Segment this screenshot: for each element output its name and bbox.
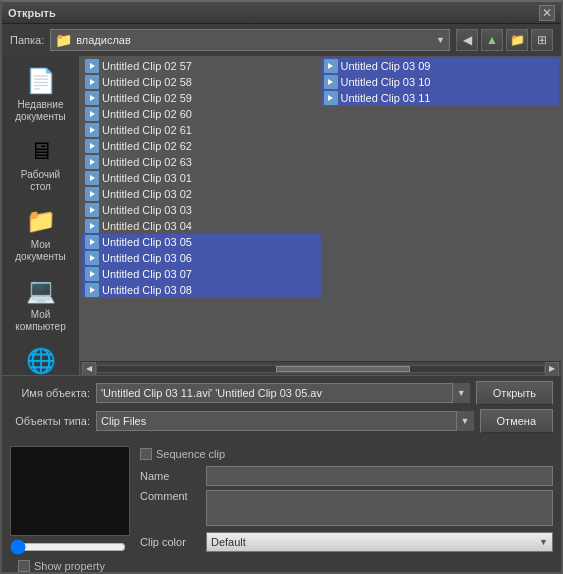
file-name: Untitled Clip 02 59 — [102, 92, 192, 104]
path-dropdown-arrow[interactable]: ▼ — [436, 35, 445, 45]
file-item[interactable]: Untitled Clip 03 04 — [82, 218, 321, 234]
recent-icon: 📄 — [25, 65, 57, 97]
file-item[interactable]: Untitled Clip 03 06 — [82, 250, 321, 266]
file-name: Untitled Clip 02 60 — [102, 108, 192, 120]
open-button[interactable]: Открыть — [476, 381, 553, 405]
clip-icon — [85, 187, 99, 201]
file-item[interactable]: Untitled Clip 03 08 — [82, 282, 321, 298]
file-name: Untitled Clip 03 10 — [341, 76, 431, 88]
desktop-icon: 🖥 — [25, 135, 57, 167]
nav-label-desktop: Рабочий стол — [10, 169, 72, 193]
comment-textarea[interactable] — [206, 490, 553, 526]
filetype-input[interactable] — [96, 411, 474, 431]
file-item[interactable]: Untitled Clip 02 60 — [82, 106, 321, 122]
filename-input[interactable] — [96, 383, 470, 403]
file-item[interactable]: Untitled Clip 03 07 — [82, 266, 321, 282]
scrollbar-thumb[interactable] — [276, 366, 410, 372]
file-item[interactable]: Untitled Clip 03 03 — [82, 202, 321, 218]
file-col-2: Untitled Clip 03 09Untitled Clip 03 10Un… — [321, 58, 560, 359]
file-item[interactable]: Untitled Clip 03 01 — [82, 170, 321, 186]
comment-label: Comment — [140, 490, 200, 502]
nav-item-network[interactable]: 🌐 Сетевое — [7, 340, 75, 375]
file-item[interactable]: Untitled Clip 03 11 — [321, 90, 560, 106]
clip-icon — [324, 75, 338, 89]
file-name: Untitled Clip 03 09 — [341, 60, 431, 72]
color-row: Clip color Default ▼ — [140, 532, 553, 552]
scroll-right-button[interactable]: ▶ — [545, 362, 559, 376]
file-name: Untitled Clip 02 63 — [102, 156, 192, 168]
filename-input-wrapper: ▼ — [96, 383, 470, 403]
clip-icon — [85, 203, 99, 217]
file-item[interactable]: Untitled Clip 02 59 — [82, 90, 321, 106]
clip-icon — [85, 155, 99, 169]
clip-icon — [85, 219, 99, 233]
clip-icon — [85, 107, 99, 121]
file-name: Untitled Clip 03 03 — [102, 204, 192, 216]
new-folder-button[interactable]: 📁 — [506, 29, 528, 51]
clip-icon — [324, 91, 338, 105]
folder-row: Папка: 📁 владислав ▼ ◀ ▲ 📁 ⊞ — [2, 24, 561, 56]
back-button[interactable]: ◀ — [456, 29, 478, 51]
title-bar: Открыть ✕ — [2, 2, 561, 24]
file-item[interactable]: Untitled Clip 02 63 — [82, 154, 321, 170]
nav-item-mydocs[interactable]: 📁 Мои документы — [7, 200, 75, 268]
file-item[interactable]: Untitled Clip 02 57 — [82, 58, 321, 74]
nav-item-mycomputer[interactable]: 💻 Мой компьютер — [7, 270, 75, 338]
clip-icon — [85, 267, 99, 281]
scrollbar-track[interactable] — [96, 365, 545, 373]
name-input[interactable] — [206, 466, 553, 486]
preview-section: Show property Sequence clip Name Comment… — [2, 442, 561, 572]
nav-item-recent[interactable]: 📄 Недавние документы — [7, 60, 75, 128]
file-panel: Untitled Clip 02 57Untitled Clip 02 58Un… — [80, 56, 561, 375]
clip-icon — [324, 59, 338, 73]
scroll-left-button[interactable]: ◀ — [82, 362, 96, 376]
show-property-row: Show property — [18, 560, 130, 572]
nav-item-desktop[interactable]: 🖥 Рабочий стол — [7, 130, 75, 198]
show-property-label: Show property — [34, 560, 105, 572]
file-item[interactable]: Untitled Clip 02 62 — [82, 138, 321, 154]
file-item[interactable]: Untitled Clip 02 61 — [82, 122, 321, 138]
file-item[interactable]: Untitled Clip 03 05 — [82, 234, 321, 250]
nav-label-recent: Недавние документы — [10, 99, 72, 123]
filename-row: Имя объекта: ▼ Открыть — [10, 381, 553, 405]
file-item[interactable]: Untitled Clip 03 09 — [321, 58, 560, 74]
file-item[interactable]: Untitled Clip 03 10 — [321, 74, 560, 90]
color-label: Clip color — [140, 536, 200, 548]
file-item[interactable]: Untitled Clip 02 58 — [82, 74, 321, 90]
name-row: Name — [140, 466, 553, 486]
close-button[interactable]: ✕ — [539, 5, 555, 21]
path-text: владислав — [76, 34, 432, 46]
nav-label-mydocs: Мои документы — [10, 239, 72, 263]
file-item[interactable]: Untitled Clip 03 02 — [82, 186, 321, 202]
view-button[interactable]: ⊞ — [531, 29, 553, 51]
bottom-section: Имя объекта: ▼ Открыть Объекты типа: ▼ О… — [2, 375, 561, 442]
filetype-dropdown-arrow[interactable]: ▼ — [456, 411, 474, 431]
file-columns: Untitled Clip 02 57Untitled Clip 02 58Un… — [82, 58, 559, 359]
color-dropdown[interactable]: Default ▼ — [206, 532, 553, 552]
preview-slider[interactable] — [10, 540, 126, 554]
folder-label: Папка: — [10, 34, 44, 46]
cancel-button[interactable]: Отмена — [480, 409, 553, 433]
file-name: Untitled Clip 03 01 — [102, 172, 192, 184]
color-dropdown-arrow: ▼ — [539, 537, 548, 547]
clip-icon — [85, 235, 99, 249]
preview-column: Show property — [10, 446, 130, 572]
file-name: Untitled Clip 02 58 — [102, 76, 192, 88]
file-name: Untitled Clip 03 05 — [102, 236, 192, 248]
file-name: Untitled Clip 02 61 — [102, 124, 192, 136]
preview-box — [10, 446, 130, 536]
clip-icon — [85, 91, 99, 105]
preview-slider-wrapper[interactable] — [10, 540, 130, 556]
filename-dropdown-arrow[interactable]: ▼ — [452, 383, 470, 403]
file-list[interactable]: Untitled Clip 02 57Untitled Clip 02 58Un… — [80, 56, 561, 361]
mycomputer-icon: 💻 — [25, 275, 57, 307]
sequence-checkbox[interactable] — [140, 448, 152, 460]
file-name: Untitled Clip 02 62 — [102, 140, 192, 152]
show-property-checkbox[interactable] — [18, 560, 30, 572]
horizontal-scrollbar[interactable]: ◀ ▶ — [80, 361, 561, 375]
up-button[interactable]: ▲ — [481, 29, 503, 51]
path-combo[interactable]: 📁 владислав ▼ — [50, 29, 450, 51]
sequence-label: Sequence clip — [156, 448, 225, 460]
sequence-row: Sequence clip — [140, 448, 553, 460]
nav-label-mycomputer: Мой компьютер — [10, 309, 72, 333]
